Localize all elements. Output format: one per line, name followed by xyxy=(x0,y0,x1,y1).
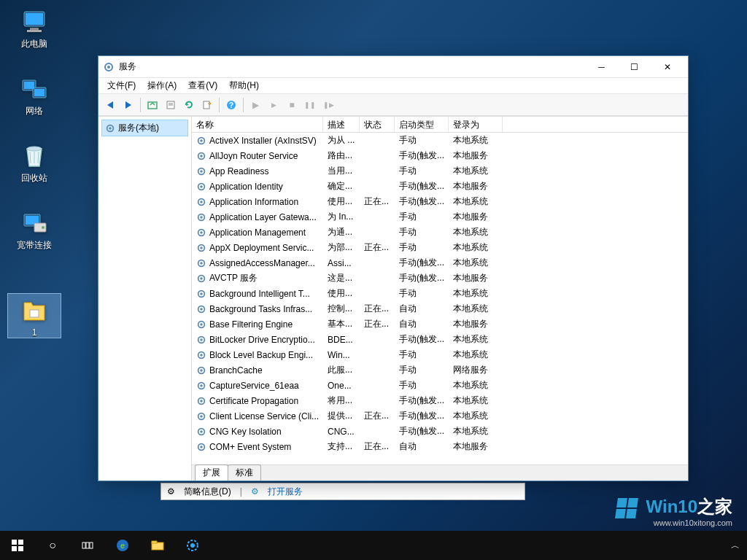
service-row[interactable]: ActiveX Installer (AxInstSV)为从 ...手动本地系统 xyxy=(192,133,688,148)
restart-button[interactable]: ❚▶ xyxy=(320,96,337,114)
column-header-2[interactable]: 状态 xyxy=(360,117,395,132)
services-window: 服务 ─ ☐ ✕ 文件(F)操作(A)查看(V)帮助(H) ? ▶ ▶ ■ ❚❚… xyxy=(98,55,689,481)
tray-expand-button[interactable]: ︿ xyxy=(724,531,747,560)
services-list[interactable]: ActiveX Installer (AxInstSV)为从 ...手动本地系统… xyxy=(192,133,688,464)
gear-icon xyxy=(105,123,115,133)
svg-rect-20 xyxy=(204,101,209,109)
svg-text:e: e xyxy=(120,541,125,550)
service-row[interactable]: AVCTP 服务这是...手动(触发...本地服务 xyxy=(192,271,688,286)
service-desc: BDE... xyxy=(323,332,360,347)
minimize-button[interactable]: ─ xyxy=(585,56,618,77)
menu-文件[interactable]: 文件(F) xyxy=(101,78,142,93)
service-row[interactable]: Background Intelligent T...使用...手动本地系统 xyxy=(192,286,688,301)
forward-button[interactable] xyxy=(120,96,137,114)
menu-操作[interactable]: 操作(A) xyxy=(142,78,182,93)
desktop-icon-bin[interactable]: 回收站 xyxy=(7,139,61,184)
svg-point-34 xyxy=(200,201,203,203)
service-start: 手动(触发... xyxy=(395,393,449,408)
up-button[interactable] xyxy=(144,96,161,114)
service-start: 自动 xyxy=(395,439,449,454)
service-name: Base Filtering Engine xyxy=(192,316,323,332)
export-button[interactable] xyxy=(198,96,216,114)
tab-标准[interactable]: 标准 xyxy=(228,464,261,481)
service-row[interactable]: Certificate Propagation将用...手动(触发...本地系统 xyxy=(192,393,688,408)
open-services-link[interactable]: 打开服务 xyxy=(268,486,303,498)
service-row[interactable]: Block Level Backup Engi...Win...手动本地系统 xyxy=(192,347,688,362)
desktop-icon-pc[interactable]: 此电脑 xyxy=(7,4,61,50)
service-desc: 控制... xyxy=(323,301,360,316)
stop-button[interactable]: ■ xyxy=(283,96,301,114)
svg-rect-3 xyxy=(27,30,42,32)
service-start: 手动 xyxy=(395,163,449,179)
task-view-button[interactable] xyxy=(70,531,105,560)
service-desc: 使用... xyxy=(323,194,360,209)
desktop-icon-net[interactable]: 网络 xyxy=(7,71,61,117)
menu-查看[interactable]: 查看(V) xyxy=(182,78,223,93)
svg-point-40 xyxy=(200,246,203,249)
play-button[interactable]: ▶ xyxy=(265,96,282,114)
svg-point-46 xyxy=(200,292,203,295)
svg-rect-67 xyxy=(82,542,85,548)
desktop-icon-dial[interactable]: 宽带连接 xyxy=(7,206,61,252)
service-status xyxy=(360,148,395,163)
service-row[interactable]: AppX Deployment Servic...为部...正在...手动本地系… xyxy=(192,240,688,255)
service-row[interactable]: BranchCache此服...手动网络服务 xyxy=(192,362,688,378)
popup-label[interactable]: 简略信息(D) xyxy=(184,486,231,498)
svg-rect-6 xyxy=(24,82,34,89)
svg-point-36 xyxy=(200,216,203,219)
service-row[interactable]: AssignedAccessManager...Assi...手动(触发...本… xyxy=(192,255,688,271)
start-service-button[interactable]: ▶ xyxy=(247,96,264,114)
service-desc: Win... xyxy=(323,347,360,362)
title-bar[interactable]: 服务 ─ ☐ ✕ xyxy=(98,56,688,78)
tab-扩展[interactable]: 扩展 xyxy=(195,464,228,481)
service-row[interactable]: COM+ Event System支持...正在...自动本地服务 xyxy=(192,439,688,454)
maximize-button[interactable]: ☐ xyxy=(618,56,651,77)
service-row[interactable]: Application Layer Gatewa...为 In...手动本地服务 xyxy=(192,209,688,225)
svg-point-56 xyxy=(200,369,203,372)
service-row[interactable]: BitLocker Drive Encryptio...BDE...手动(触发.… xyxy=(192,332,688,347)
service-status xyxy=(360,424,395,439)
service-start: 手动 xyxy=(395,225,449,240)
help-button[interactable]: ? xyxy=(222,96,240,114)
service-desc: 确定... xyxy=(323,179,360,194)
cortana-button[interactable]: ○ xyxy=(35,531,70,560)
properties-button[interactable] xyxy=(162,96,179,114)
service-desc: 为通... xyxy=(323,225,360,240)
service-row[interactable]: Application Information使用...正在...手动(触发..… xyxy=(192,194,688,209)
column-header-4[interactable]: 登录为 xyxy=(449,117,503,132)
close-button[interactable]: ✕ xyxy=(651,56,684,77)
service-row[interactable]: CNG Key IsolationCNG...手动(触发...本地系统 xyxy=(192,424,688,439)
column-header-0[interactable]: 名称 xyxy=(192,117,323,132)
column-header-1[interactable]: 描述 xyxy=(323,117,360,132)
service-row[interactable]: App Readiness当用...手动本地系统 xyxy=(192,163,688,179)
service-row[interactable]: Base Filtering Engine基本...正在...自动本地服务 xyxy=(192,316,688,332)
desktop-icon-folder[interactable]: 1 xyxy=(7,293,61,338)
service-row[interactable]: AllJoyn Router Service路由...手动(触发...本地服务 xyxy=(192,148,688,163)
back-button[interactable] xyxy=(101,96,119,114)
service-logon: 本地服务 xyxy=(449,148,503,163)
pause-button[interactable]: ❚❚ xyxy=(301,96,319,114)
settings-button[interactable] xyxy=(175,531,210,560)
service-name: Application Identity xyxy=(192,179,323,194)
service-status xyxy=(360,286,395,301)
nav-services-local[interactable]: 服务(本地) xyxy=(101,120,188,136)
service-status: 正在... xyxy=(360,316,395,332)
menu-帮助[interactable]: 帮助(H) xyxy=(223,78,265,93)
view-tabs: 扩展标准 xyxy=(192,464,688,481)
service-logon: 本地服务 xyxy=(449,316,503,332)
nav-pane: 服务(本地) xyxy=(98,117,192,481)
service-row[interactable]: Client License Service (Cli...提供...正在...… xyxy=(192,408,688,424)
service-row[interactable]: CaptureService_61eaaOne...手动本地系统 xyxy=(192,378,688,393)
service-row[interactable]: Background Tasks Infras...控制...正在...自动本地… xyxy=(192,301,688,316)
service-row[interactable]: Application Management为通...手动本地系统 xyxy=(192,225,688,240)
start-button[interactable] xyxy=(0,531,35,560)
service-start: 手动 xyxy=(395,362,449,378)
svg-rect-73 xyxy=(152,541,157,543)
svg-point-12 xyxy=(42,226,44,229)
refresh-button[interactable] xyxy=(180,96,198,114)
explorer-button[interactable] xyxy=(140,531,175,560)
column-header-3[interactable]: 启动类型 xyxy=(395,117,449,132)
service-desc: 使用... xyxy=(323,286,360,301)
edge-button[interactable]: e xyxy=(105,531,140,560)
service-row[interactable]: Application Identity确定...手动(触发...本地服务 xyxy=(192,179,688,194)
